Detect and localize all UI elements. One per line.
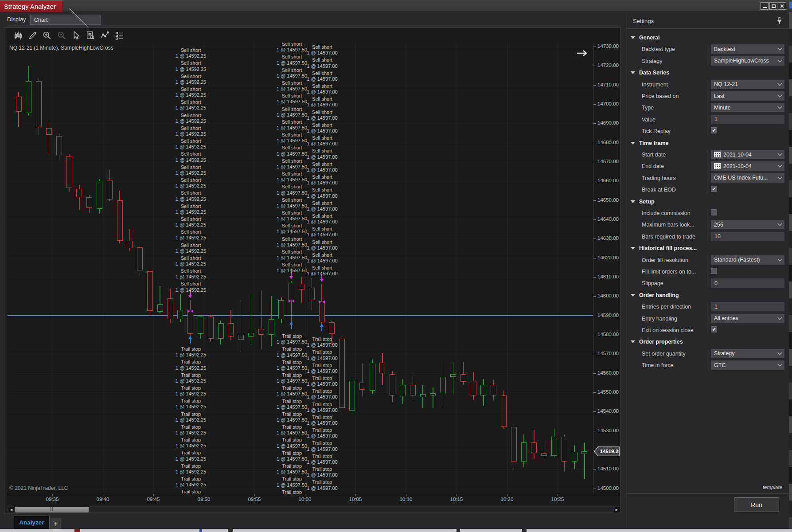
settings-row-instrument: InstrumentNQ 12-21 [627, 79, 786, 90]
run-button[interactable]: Run [734, 497, 779, 512]
trading-hours-dropdown[interactable]: CME US Index Futu... [711, 173, 784, 183]
zoom-in-icon[interactable] [41, 30, 53, 41]
gridline-horizontal [8, 66, 593, 66]
order-annotation-label: Sell short [312, 96, 332, 102]
chart-instrument-label: NQ 12-21 (1 Minute), SampleHighLowCross [9, 45, 113, 51]
price-axis[interactable]: 14730.0014720.0014710.0014700.0014690.00… [593, 43, 620, 494]
order-annotation-label: Sell short [282, 249, 302, 255]
order-annotation-label: Trail stop [312, 454, 332, 459]
price-tick [593, 219, 596, 220]
time-tick-label: 10:25 [551, 497, 564, 502]
entries-per-direction-input[interactable]: 1 [711, 302, 784, 311]
setting-value: GTC [714, 362, 778, 368]
order-annotation-value: 1 @ 14597.00 [307, 433, 337, 439]
settings-row-trading-hours: Trading hoursCME US Index Futu... [627, 172, 786, 184]
pin-icon[interactable] [776, 17, 782, 27]
order-annotation-label: Trail stop [181, 411, 201, 417]
order-annotation-value: 1 @ 14597.50 [277, 138, 307, 144]
zoom-out-icon[interactable] [56, 30, 67, 41]
draw-pencil-icon[interactable] [27, 30, 39, 41]
fill-limit-orders-on-to-checkbox[interactable] [711, 268, 717, 274]
price-tick [593, 411, 596, 412]
settings-section-header[interactable]: Time frame [627, 137, 786, 149]
checklist-icon[interactable] [113, 30, 125, 41]
setting-label: Type [642, 105, 654, 111]
scrollbar-thumb[interactable] [15, 507, 89, 512]
exit-on-session-close-checkbox[interactable]: ✔ [711, 326, 717, 332]
price-tick-label: 14600.00 [597, 293, 619, 298]
instrument-dropdown[interactable]: NQ 12-21 [711, 80, 784, 89]
time-in-force-dropdown[interactable]: GTC [711, 360, 784, 370]
scroll-left-button[interactable]: ◀ [8, 507, 14, 512]
chart-plot-area[interactable]: NQ 12-21 (1 Minute), SampleHighLowCross … [8, 43, 593, 494]
fill-marker-icon [319, 300, 321, 304]
scroll-right-arrow-icon[interactable] [576, 49, 589, 59]
order-annotation-label: Sell short [312, 213, 332, 219]
set-order-quantity-dropdown[interactable]: Strategy [711, 349, 784, 358]
settings-section-header[interactable]: Historical fill proces... [627, 243, 786, 254]
candle [168, 298, 173, 320]
maximize-button[interactable] [769, 2, 777, 10]
order-annotation-value: 1 @ 14597.00 [307, 219, 337, 225]
slippage-input[interactable]: 0 [711, 278, 784, 288]
price-tick-label: 14710.00 [597, 82, 619, 87]
add-tab-button[interactable]: + [51, 518, 61, 529]
title-bar[interactable]: Strategy Analyzer ✕ [0, 0, 792, 12]
report-icon[interactable] [85, 30, 96, 41]
candle [36, 81, 42, 127]
bars-required-to-trade-input[interactable]: 10 [711, 232, 784, 241]
tick-replay-checkbox[interactable]: ✔ [711, 127, 717, 133]
scroll-right-button[interactable]: ▶ [614, 507, 620, 512]
gridline-vertical [406, 43, 406, 494]
order-annotation-value: 1 @ 14592.25 [176, 183, 206, 189]
horizontal-scrollbar[interactable]: ◀ ▶ [8, 506, 620, 513]
order-annotation-value: 1 @ 14592.25 [176, 66, 206, 72]
order-annotation-label: Trail stop [312, 427, 332, 433]
gridline-vertical [507, 43, 507, 494]
end-date-dropdown[interactable]: 2021-10-04 [711, 161, 784, 171]
fill-marker-icon [187, 309, 190, 313]
template-label: template [763, 485, 782, 490]
order-annotation-value: 1 @ 14597.00 [307, 128, 337, 134]
setting-label: Exit on session close [642, 327, 694, 333]
settings-section-header[interactable]: Order properties [627, 336, 786, 348]
start-date-dropdown[interactable]: 2021-10-04 [711, 150, 784, 159]
tab-analyzer[interactable]: Analyzer [14, 516, 50, 529]
settings-section-header[interactable]: Order handling [627, 289, 786, 301]
order-annotation-value: 1 @ 14597.50 [277, 73, 307, 79]
backtest-type-dropdown[interactable]: Backtest [711, 44, 784, 54]
maximum-bars-look-dropdown[interactable]: 256 [711, 220, 784, 229]
type-dropdown[interactable]: Minute [711, 103, 784, 112]
close-button[interactable]: ✕ [778, 2, 786, 10]
order-annotation-value: 1 @ 14597.50 [277, 391, 307, 397]
settings-section-header[interactable]: General [627, 32, 786, 43]
candle [370, 363, 375, 391]
strategy-dropdown[interactable]: SampleHighLowCross [711, 56, 784, 66]
setting-label: Entry handling [642, 316, 677, 322]
time-axis[interactable]: 09:3509:4009:4509:5009:5510:0010:0510:10… [8, 494, 620, 504]
include-commission-checkbox[interactable] [711, 209, 717, 215]
settings-row-bars-required-to-trade: Bars required to trade10 [627, 231, 786, 243]
settings-section-header[interactable]: Data Series [627, 67, 786, 78]
order-annotation-label: Sell short [282, 158, 302, 164]
line-chart-icon[interactable] [99, 30, 110, 41]
taskbar-sliver [0, 529, 792, 532]
break-at-eod-checkbox[interactable]: ✔ [711, 186, 717, 192]
cursor-icon[interactable] [70, 30, 82, 41]
value-input[interactable]: 1 [711, 115, 784, 124]
candlestick-chart-icon[interactable] [12, 30, 24, 41]
order-fill-resolution-dropdown[interactable]: Standard (Fastest) [711, 255, 784, 265]
order-annotation-value: 1 @ 14597.00 [307, 63, 337, 69]
display-select[interactable]: Chart [30, 15, 101, 25]
price-based-on-dropdown[interactable]: Last [711, 91, 784, 101]
entry-handling-dropdown[interactable]: All entries [711, 314, 784, 323]
window-title-tab: Strategy Analyzer [0, 0, 63, 12]
chevron-down-icon [778, 46, 782, 51]
order-annotation-value: 1 @ 14597.50 [277, 112, 307, 118]
settings-section-header[interactable]: Setup [627, 196, 786, 207]
minimize-button[interactable] [761, 2, 769, 10]
time-tick [406, 494, 406, 496]
background-right-strip [789, 12, 792, 529]
order-annotation-label: Sell short [282, 106, 302, 112]
order-annotation-label: Trail stop [181, 346, 201, 352]
